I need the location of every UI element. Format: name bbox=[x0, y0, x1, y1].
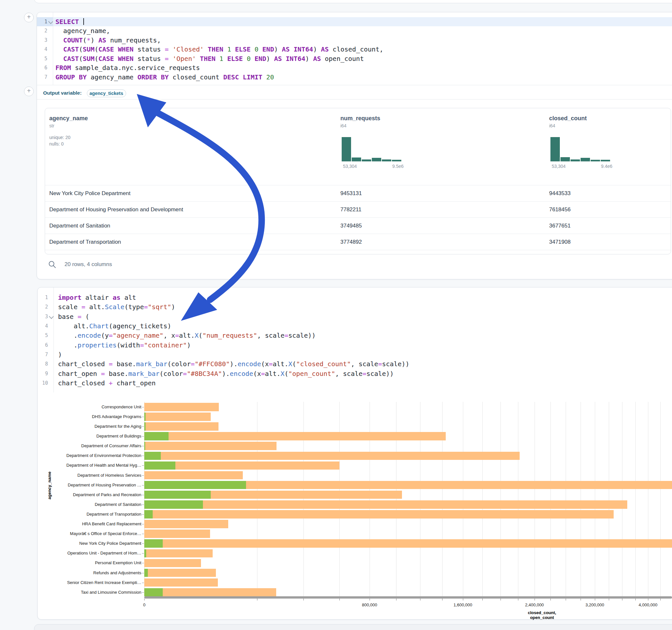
code-line[interactable]: CAST(SUM(CASE WHEN status = 'Open' THEN … bbox=[55, 54, 364, 63]
column-type: str bbox=[49, 123, 54, 128]
code-line[interactable]: chart_closed + chart_open bbox=[58, 379, 155, 388]
active-line-highlight bbox=[53, 17, 672, 26]
line-number: 6 bbox=[38, 341, 48, 350]
cell-value: 9453131 bbox=[340, 190, 362, 197]
line-number: 8 bbox=[38, 359, 48, 368]
histogram-max-label: 9.4e6 bbox=[601, 164, 613, 169]
previous-cell-edge bbox=[34, 0, 672, 3]
column-histogram bbox=[342, 137, 402, 162]
row-divider bbox=[45, 201, 671, 201]
cell-agency-name: Department of Housing Preservation and D… bbox=[49, 207, 183, 213]
line-number: 4 bbox=[37, 45, 47, 54]
sql-editor-divider bbox=[37, 85, 672, 85]
output-variable-label: Output variable: bbox=[43, 90, 82, 96]
results-table: agency_namestrunique: 20nulls: 0num_requ… bbox=[45, 108, 671, 255]
histogram-min-label: 53,304 bbox=[552, 164, 566, 169]
column-header[interactable]: num_requests bbox=[340, 115, 380, 122]
code-line[interactable]: scale = alt.Scale(type="sqrt") bbox=[58, 302, 175, 311]
code-line[interactable]: chart_open = base.mark_bar(color="#8BC34… bbox=[58, 369, 394, 378]
cell-value: 3774892 bbox=[340, 239, 362, 245]
code-line[interactable]: COUNT(*) AS num_requests, bbox=[55, 35, 161, 45]
line-number: 1 bbox=[38, 293, 48, 302]
line-number: 2 bbox=[37, 26, 47, 35]
line-number: 3 bbox=[38, 312, 48, 321]
line-number: 1 bbox=[37, 17, 47, 26]
code-line[interactable]: CAST(SUM(CASE WHEN status = 'Closed' THE… bbox=[55, 45, 383, 54]
row-divider bbox=[45, 250, 671, 250]
output-variable-input[interactable]: agency_tickets bbox=[87, 90, 126, 97]
code-line[interactable]: chart_closed = base.mark_bar(color="#FFC… bbox=[58, 359, 409, 368]
row-divider bbox=[45, 217, 671, 218]
cell-value: 7618456 bbox=[549, 207, 571, 213]
text-cursor bbox=[83, 18, 84, 25]
line-number: 5 bbox=[37, 54, 47, 63]
code-line[interactable]: ) bbox=[58, 350, 62, 359]
table-row-count: 20 rows, 4 columns bbox=[65, 261, 112, 268]
column-histogram bbox=[550, 137, 610, 162]
line-number: 10 bbox=[38, 379, 48, 388]
line-number: 3 bbox=[37, 35, 47, 45]
gutter-divider bbox=[53, 12, 53, 85]
add-cell-button-top[interactable]: + bbox=[24, 13, 34, 22]
column-type: i64 bbox=[549, 123, 555, 128]
gutter-divider bbox=[53, 287, 54, 392]
column-header[interactable]: closed_count bbox=[549, 115, 587, 122]
line-number: 5 bbox=[38, 331, 48, 340]
notebook-page: + + 1SELECT 2 agency_name,3 COUNT(*) AS … bbox=[0, 0, 672, 630]
search-icon bbox=[48, 260, 56, 269]
line-number: 6 bbox=[37, 63, 47, 72]
python-editor[interactable]: 1import altair as alt2scale = alt.Scale(… bbox=[38, 287, 672, 392]
chart-horizontal-scrollbar[interactable] bbox=[144, 596, 672, 599]
line-number: 9 bbox=[38, 369, 48, 378]
code-line[interactable]: .properties(width="container") bbox=[58, 341, 191, 350]
next-cell-edge bbox=[34, 624, 672, 630]
code-line[interactable]: alt.Chart(agency_tickets) bbox=[58, 321, 171, 331]
code-line[interactable]: agency_name, bbox=[55, 26, 110, 35]
row-divider bbox=[45, 234, 671, 234]
line-number: 2 bbox=[38, 302, 48, 311]
histogram-max-label: 9.5e6 bbox=[392, 164, 404, 169]
code-line[interactable]: import altair as alt bbox=[58, 293, 136, 302]
sql-cell: 1SELECT 2 agency_name,3 COUNT(*) AS num_… bbox=[37, 12, 672, 280]
code-line[interactable]: base = ( bbox=[58, 312, 89, 321]
table-search-button[interactable] bbox=[48, 260, 56, 269]
cell-value: 7782211 bbox=[340, 207, 361, 213]
output-row-divider bbox=[37, 99, 672, 99]
cell-agency-name: New York City Police Department bbox=[49, 190, 130, 197]
cell-value: 9443533 bbox=[549, 190, 571, 197]
add-cell-button-mid[interactable]: + bbox=[24, 87, 34, 96]
cell-value: 3677651 bbox=[549, 223, 571, 229]
cell-value: 3471908 bbox=[549, 239, 571, 245]
histogram-min-label: 53,304 bbox=[343, 164, 357, 169]
code-line[interactable]: SELECT bbox=[55, 17, 83, 26]
cell-agency-name: Department of Transportation bbox=[49, 239, 121, 245]
line-number: 4 bbox=[38, 321, 48, 331]
column-stat: nulls: 0 bbox=[49, 141, 64, 146]
column-type: i64 bbox=[340, 123, 346, 128]
line-number: 7 bbox=[37, 73, 47, 82]
code-line[interactable]: .encode(y="agency_name", x=alt.X("num_re… bbox=[58, 331, 316, 340]
code-line[interactable]: FROM sample_data.nyc.service_requests bbox=[55, 63, 200, 72]
line-number: 7 bbox=[38, 350, 48, 359]
cell-value: 3749485 bbox=[340, 223, 362, 229]
code-line[interactable]: GROUP BY agency_name ORDER BY closed_cou… bbox=[55, 73, 274, 82]
column-stat: unique: 20 bbox=[49, 135, 70, 140]
sql-editor[interactable]: 1SELECT 2 agency_name,3 COUNT(*) AS num_… bbox=[37, 12, 672, 85]
fold-chevron-icon[interactable] bbox=[49, 314, 54, 319]
python-cell: 1import altair as alt2scale = alt.Scale(… bbox=[37, 287, 672, 620]
cell-agency-name: Department of Sanitation bbox=[49, 223, 110, 229]
column-header[interactable]: agency_name bbox=[49, 115, 88, 122]
